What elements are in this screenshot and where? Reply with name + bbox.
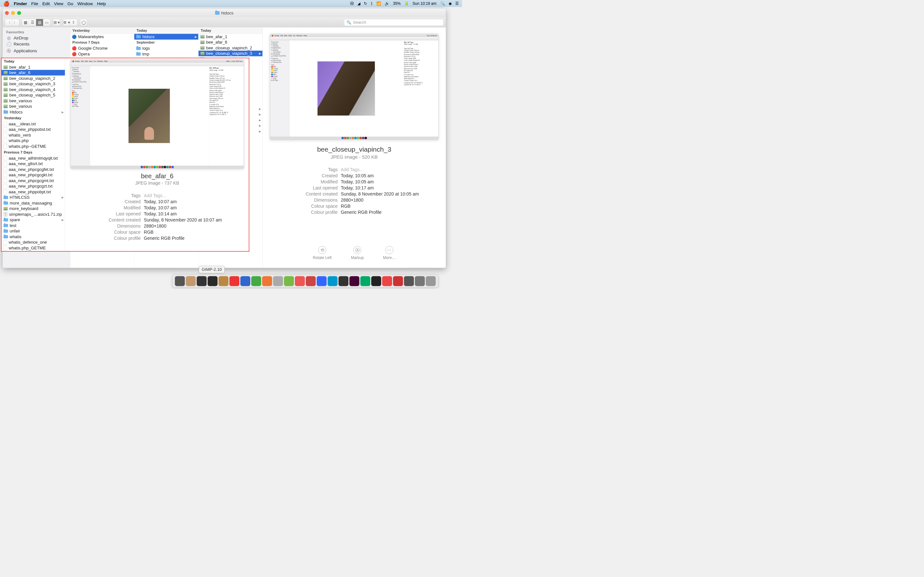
dock-app-icon[interactable] — [251, 276, 261, 286]
battery-percent[interactable]: 35% — [393, 1, 401, 6]
list-item[interactable]: simplemaps_…asicv1.71.zip — [2, 211, 65, 218]
search-field[interactable]: 🔍 Search — [344, 19, 444, 26]
list-item[interactable]: bee_various — [2, 98, 65, 104]
list-item[interactable]: bee_afar_1 — [2, 64, 65, 70]
dock-app-icon[interactable] — [371, 276, 381, 286]
dock-app-icon[interactable] — [404, 276, 414, 286]
dock-app-icon[interactable] — [273, 276, 283, 286]
dock-app-icon[interactable] — [306, 276, 316, 286]
dock-app-icon[interactable] — [186, 276, 196, 286]
meta-value[interactable]: Add Tags… — [341, 167, 419, 172]
dock-app-icon[interactable] — [393, 276, 403, 286]
tags-button[interactable]: ◯ — [80, 19, 87, 26]
list-item[interactable]: bee_closeup_viapinch_4 — [2, 87, 65, 93]
list-item[interactable]: htdocs▶ — [134, 34, 199, 40]
apple-menu-icon[interactable]: 🍎 — [3, 1, 10, 7]
list-item[interactable]: aaa_new_phpcgcgmt.txt — [2, 178, 65, 184]
dock-app-icon[interactable] — [197, 276, 207, 286]
notification-center-icon[interactable]: ☰ — [455, 1, 459, 6]
list-item[interactable]: 🔵Malwarebytes — [70, 34, 134, 40]
list-item[interactable]: spare▶ — [2, 217, 65, 223]
menu-edit[interactable]: Edit — [42, 1, 50, 6]
list-item[interactable]: whatis.php--GETME — [2, 143, 65, 149]
menu-view[interactable]: View — [54, 1, 63, 6]
sidebar-item-applications[interactable]: ⒶApplications — [3, 47, 70, 55]
status-malware-icon[interactable]: Ⓜ — [350, 1, 354, 6]
list-item[interactable]: unfair — [2, 228, 65, 234]
list-item[interactable]: more_data_massaging — [2, 200, 65, 206]
list-item[interactable]: Htdocs▶ — [2, 109, 65, 115]
dock-app-icon[interactable] — [415, 276, 425, 286]
list-item[interactable]: bee_various — [2, 103, 65, 109]
list-item[interactable]: whatis — [2, 234, 65, 240]
app-name[interactable]: Finder — [14, 1, 27, 6]
list-item[interactable]: whatis_verb — [2, 132, 65, 138]
list-item[interactable]: whatis.php-GETME — [2, 251, 65, 251]
gallery-view-button[interactable]: ▭ — [43, 19, 50, 26]
list-item[interactable]: bee_afar_6 — [199, 39, 263, 45]
status-timemachine-icon[interactable]: ↻ — [364, 1, 367, 6]
battery-icon[interactable]: 🔋 — [404, 1, 409, 6]
list-item[interactable]: bee_afar_1 — [199, 34, 263, 40]
dock-app-icon[interactable] — [284, 276, 294, 286]
dock-app-icon[interactable] — [338, 276, 349, 286]
list-item[interactable]: bee_closeup_viapinch_3 — [2, 81, 65, 87]
menu-help[interactable]: Help — [97, 1, 106, 6]
close-button[interactable] — [5, 11, 9, 15]
list-item[interactable]: aaa_new_phpcgcgzt.txt — [2, 183, 65, 189]
back-button[interactable]: 〈 — [5, 19, 12, 26]
column-view-button[interactable]: ▥ — [36, 19, 43, 26]
overlay-preview-thumbnail[interactable]: 🍎FinderFileEditViewGoWindowHelp46% 🔋 Sun… — [71, 60, 244, 169]
list-item[interactable]: 🔴Google Chrome — [70, 45, 134, 51]
sidebar-item-recents[interactable]: 🕘Recents — [3, 41, 70, 47]
list-item[interactable]: aaa_new_gttsrt.txt — [2, 161, 65, 167]
list-item[interactable]: aaa_new_phppobst.txt — [2, 127, 65, 132]
minimize-button[interactable] — [11, 11, 15, 15]
markup-button[interactable]: ⒶMarkup — [351, 246, 364, 260]
dock-app-icon[interactable] — [349, 276, 359, 286]
arrange-button[interactable]: ⊞ ▾ — [53, 19, 60, 26]
dock-app-icon[interactable] — [382, 276, 392, 286]
dock-app-icon[interactable] — [328, 276, 338, 286]
dock-app-icon[interactable] — [360, 276, 370, 286]
status-bluetooth-icon[interactable]: ᛒ — [371, 1, 373, 6]
clock[interactable]: Sun 10:19 am — [413, 1, 437, 6]
zoom-button[interactable] — [17, 11, 21, 15]
list-item[interactable]: bee_closeup_viapinch_3▶ — [199, 51, 263, 56]
status-avast-icon[interactable]: ◢ — [357, 1, 360, 6]
menu-window[interactable]: Window — [78, 1, 93, 6]
list-view-button[interactable]: ☰ — [29, 19, 36, 26]
sidebar-item-airdrop[interactable]: ◎AirDrop — [3, 35, 70, 41]
list-item[interactable]: aaa_new_phppobpt.txt — [2, 189, 65, 195]
dock-app-icon[interactable] — [262, 276, 272, 286]
list-item[interactable]: 🔴Opera — [70, 51, 134, 57]
list-item[interactable]: more_keyboard — [2, 206, 65, 211]
dock-app-icon[interactable] — [317, 276, 326, 286]
list-item[interactable]: logs — [134, 45, 199, 51]
list-item[interactable]: bee_afar_6 — [2, 70, 65, 76]
spotlight-icon[interactable]: 🔍 — [440, 1, 445, 6]
list-item[interactable]: aaa_new_ailhtmlmqyqlt.txt — [2, 155, 65, 161]
preview-thumbnail[interactable]: 🍎FinderFileEditViewGoWindowHelpSun 10:05… — [270, 34, 439, 140]
list-item[interactable]: whatis.php_GETME — [2, 245, 65, 251]
menu-file[interactable]: File — [31, 1, 38, 6]
dock-app-icon[interactable] — [426, 276, 436, 286]
dock-app-icon[interactable] — [240, 276, 250, 286]
dock-app-icon[interactable] — [295, 276, 305, 286]
list-item[interactable]: tmp — [134, 51, 199, 57]
list-item[interactable]: whatis_defence_one — [2, 239, 65, 245]
more-button[interactable]: ⋯More… — [383, 246, 396, 260]
list-item[interactable]: test — [2, 223, 65, 229]
list-item[interactable]: bee_closeup_viapinch_2 — [199, 45, 263, 51]
status-wifi-icon[interactable]: 📶 — [376, 1, 381, 6]
share-button[interactable]: ⇪ — [70, 19, 78, 26]
menu-go[interactable]: Go — [67, 1, 73, 6]
rotate-left-button[interactable]: ⟲Rotate Left — [313, 246, 332, 260]
forward-button[interactable]: 〉 — [12, 19, 19, 26]
dock-app-icon[interactable] — [218, 276, 228, 286]
list-item[interactable]: HTMLCSS▶ — [2, 195, 65, 200]
dock-app-icon[interactable] — [208, 276, 218, 286]
action-button[interactable]: ⚙ ▾ — [63, 19, 70, 26]
icon-view-button[interactable]: ▦ — [22, 19, 29, 26]
dock-app-icon[interactable] — [175, 276, 185, 286]
